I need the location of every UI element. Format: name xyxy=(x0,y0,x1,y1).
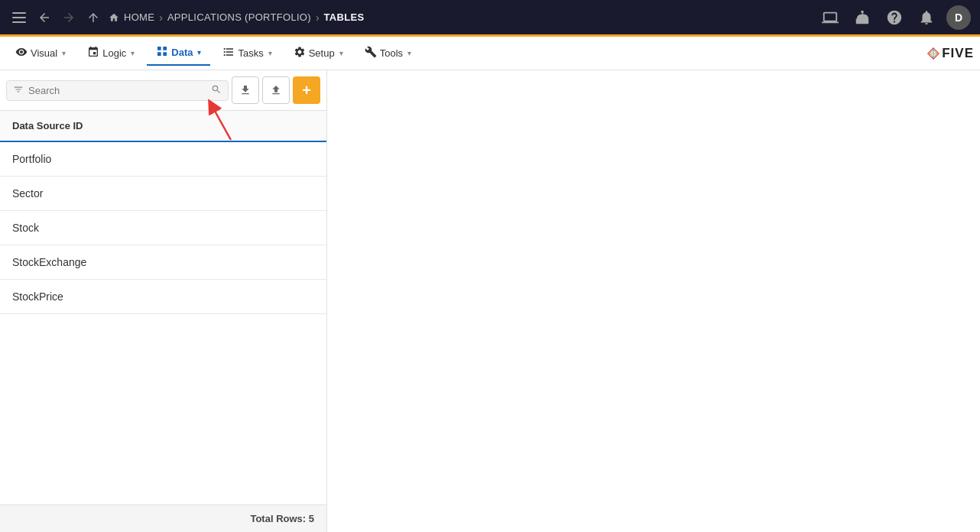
left-panel: + Data Source ID Portfolio Sector xyxy=(0,70,327,532)
secondary-nav: Visual ▾ Logic ▾ Data ▾ Tasks ▾ Setup ▾ xyxy=(0,37,980,70)
table-row[interactable]: Sector xyxy=(0,177,326,211)
breadcrumb-applications[interactable]: APPLICATIONS (PORTFOLIO) xyxy=(167,11,311,23)
user-avatar[interactable]: D xyxy=(946,5,971,30)
breadcrumb-sep-1: › xyxy=(159,11,163,24)
search-container xyxy=(6,80,229,101)
nav-label-data: Data xyxy=(171,47,193,58)
add-icon: + xyxy=(302,82,311,99)
right-panel xyxy=(327,70,980,532)
nav-label-setup: Setup xyxy=(309,47,335,59)
eye-icon xyxy=(15,46,28,60)
five-logo: FIVE xyxy=(927,46,974,61)
five-logo-text: FIVE xyxy=(942,46,974,61)
top-bar: HOME › APPLICATIONS (PORTFOLIO) › TABLES… xyxy=(0,0,980,37)
main-content: + Data Source ID Portfolio Sector xyxy=(0,70,980,532)
nav-item-setup[interactable]: Setup ▾ xyxy=(284,41,352,65)
setup-chevron: ▾ xyxy=(339,49,343,57)
search-input[interactable] xyxy=(28,85,206,96)
panel-footer: Total Rows: 5 xyxy=(0,504,326,532)
top-bar-left: HOME › APPLICATIONS (PORTFOLIO) › TABLES xyxy=(9,8,812,27)
row-value: StockExchange xyxy=(12,256,86,268)
hamburger-menu[interactable] xyxy=(9,9,29,26)
nav-item-data[interactable]: Data ▾ xyxy=(147,41,210,66)
table-column-header: Data Source ID xyxy=(0,111,326,142)
table-body: Portfolio Sector Stock StockExchange Sto… xyxy=(0,142,326,504)
import-button[interactable] xyxy=(232,76,259,104)
visual-chevron: ▾ xyxy=(62,49,66,57)
home-icon-wrap xyxy=(109,12,119,23)
back-button[interactable] xyxy=(35,8,54,27)
five-logo-diamond xyxy=(927,47,939,60)
tools-icon xyxy=(365,46,377,60)
add-button[interactable]: + xyxy=(293,76,320,104)
breadcrumb-home[interactable]: HOME xyxy=(124,11,154,23)
logic-chevron: ▾ xyxy=(131,49,135,57)
forward-button[interactable] xyxy=(60,8,78,27)
row-value: Sector xyxy=(12,187,43,200)
data-grid-icon xyxy=(156,45,168,60)
tools-chevron: ▾ xyxy=(407,49,411,57)
nav-label-tools: Tools xyxy=(380,47,403,59)
nav-label-logic: Logic xyxy=(102,47,126,59)
column-header-label: Data Source ID xyxy=(12,120,83,131)
breadcrumb-sep-2: › xyxy=(316,11,320,24)
logic-icon xyxy=(87,46,99,60)
tasks-chevron: ▾ xyxy=(268,49,272,57)
filter-icon xyxy=(13,84,24,97)
help-icon-btn[interactable] xyxy=(882,5,907,30)
nav-item-visual[interactable]: Visual ▾ xyxy=(6,41,75,65)
search-magnify-icon[interactable] xyxy=(211,84,222,97)
tasks-icon xyxy=(222,46,235,60)
row-value: Stock xyxy=(12,222,39,234)
top-bar-right: D xyxy=(818,5,971,30)
table-row[interactable]: StockPrice xyxy=(0,280,326,314)
export-button[interactable] xyxy=(262,76,290,104)
nav-item-tasks[interactable]: Tasks ▾ xyxy=(213,41,281,65)
nav-item-logic[interactable]: Logic ▾ xyxy=(78,41,144,65)
table-row[interactable]: StockExchange xyxy=(0,245,326,280)
data-chevron: ▾ xyxy=(197,48,201,57)
breadcrumb-tables[interactable]: TABLES xyxy=(324,11,365,23)
row-value: Portfolio xyxy=(12,153,51,165)
breadcrumb: HOME › APPLICATIONS (PORTFOLIO) › TABLES xyxy=(109,11,364,24)
nav-label-tasks: Tasks xyxy=(238,47,263,59)
panel-toolbar: + xyxy=(0,70,326,111)
total-rows-label: Total Rows: 5 xyxy=(250,513,314,524)
robot-icon-btn[interactable] xyxy=(850,5,875,30)
row-value: StockPrice xyxy=(12,290,63,303)
table-row[interactable]: Portfolio xyxy=(0,142,326,177)
monitor-icon-btn[interactable] xyxy=(818,5,842,30)
table-row[interactable]: Stock xyxy=(0,211,326,245)
nav-item-tools[interactable]: Tools ▾ xyxy=(355,41,420,65)
nav-label-visual: Visual xyxy=(31,47,57,59)
bell-icon-btn[interactable] xyxy=(914,5,939,30)
setup-gear-icon xyxy=(294,46,306,60)
up-button[interactable] xyxy=(84,8,102,27)
